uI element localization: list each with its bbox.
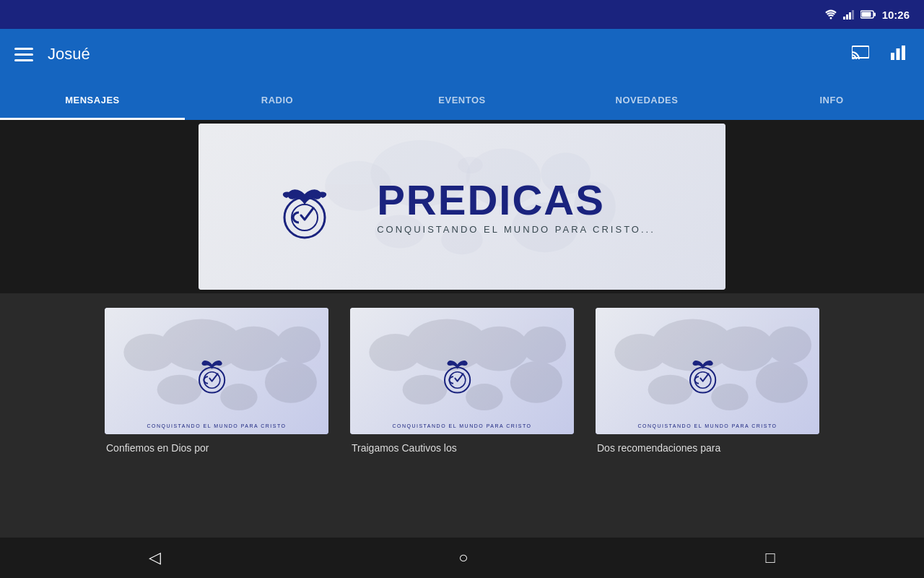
top-bar-right <box>849 41 910 67</box>
app-title: Josué <box>48 45 90 64</box>
svg-point-30 <box>265 361 317 403</box>
svg-point-48 <box>756 361 808 403</box>
banner-container: PREDICAS CONQUISTANDO EL MUNDO PARA CRIS… <box>0 120 924 293</box>
card-1-logo <box>188 342 245 400</box>
tab-eventos[interactable]: EVENTOS <box>370 79 554 120</box>
recents-button[interactable]: □ <box>737 543 804 573</box>
cast-button[interactable] <box>849 42 872 66</box>
status-icons: 10:26 <box>824 9 910 21</box>
card-2-thumbnail: CONQUISTANDO EL MUNDO PARA CRISTO <box>350 308 574 434</box>
menu-button[interactable] <box>14 48 33 61</box>
battery-icon <box>860 10 876 19</box>
banner: PREDICAS CONQUISTANDO EL MUNDO PARA CRIS… <box>199 124 725 290</box>
back-button[interactable]: ◁ <box>120 543 190 573</box>
card-2-label: Traigamos Cautivos los <box>350 441 574 456</box>
card-1[interactable]: CONQUISTANDO EL MUNDO PARA CRISTO Confie… <box>105 308 328 456</box>
svg-point-0 <box>829 17 832 20</box>
wifi-icon <box>824 9 837 20</box>
banner-title: PREDICAS <box>377 179 655 221</box>
bottom-nav: ◁ ○ □ <box>0 538 924 578</box>
card-3[interactable]: CONQUISTANDO EL MUNDO PARA CRISTO Dos re… <box>596 308 819 456</box>
top-bar: Josué <box>0 29 924 79</box>
tab-radio[interactable]: RADIO <box>185 79 370 120</box>
card-1-label: Confiemos en Dios por <box>105 441 328 456</box>
card-2-logo <box>433 342 491 400</box>
card-1-thumbnail-text: CONQUISTANDO EL MUNDO PARA CRISTO <box>105 423 328 428</box>
banner-content: PREDICAS CONQUISTANDO EL MUNDO PARA CRIS… <box>269 163 655 250</box>
tab-novedades[interactable]: NOVEDADES <box>554 79 739 120</box>
svg-rect-6 <box>861 12 871 17</box>
card-2-thumbnail-text: CONQUISTANDO EL MUNDO PARA CRISTO <box>350 423 574 428</box>
svg-rect-12 <box>902 46 905 60</box>
svg-rect-2 <box>846 14 848 20</box>
card-1-thumbnail: CONQUISTANDO EL MUNDO PARA CRISTO <box>105 308 328 434</box>
tab-mensajes[interactable]: MENSAJES <box>0 79 185 120</box>
analytics-icon <box>889 44 907 60</box>
card-3-thumbnail: CONQUISTANDO EL MUNDO PARA CRISTO <box>596 308 819 434</box>
predicas-logo-banner <box>269 163 355 250</box>
status-bar: 10:26 <box>0 0 924 29</box>
svg-rect-1 <box>843 17 845 20</box>
analytics-button[interactable] <box>886 41 910 67</box>
card-2[interactable]: CONQUISTANDO EL MUNDO PARA CRISTO Traiga… <box>350 308 574 456</box>
tab-info[interactable]: INFO <box>739 79 924 120</box>
banner-text-area: PREDICAS CONQUISTANDO EL MUNDO PARA CRIS… <box>377 179 655 235</box>
cards-section: CONQUISTANDO EL MUNDO PARA CRISTO Confie… <box>0 293 924 470</box>
home-button[interactable]: ○ <box>430 543 497 573</box>
card-3-logo <box>679 342 736 400</box>
svg-rect-7 <box>873 13 876 17</box>
main-content: PREDICAS CONQUISTANDO EL MUNDO PARA CRIS… <box>0 120 924 538</box>
cast-icon <box>852 45 869 59</box>
signal-icon <box>843 9 855 20</box>
svg-point-45 <box>767 327 811 363</box>
banner-subtitle: CONQUISTANDO EL MUNDO PARA CRISTO... <box>377 224 655 235</box>
svg-rect-4 <box>852 10 854 20</box>
svg-point-39 <box>510 361 562 403</box>
status-time: 10:26 <box>882 9 910 21</box>
tab-bar: MENSAJES RADIO EVENTOS NOVEDADES INFO <box>0 79 924 120</box>
svg-point-27 <box>276 327 321 363</box>
top-bar-left: Josué <box>14 45 90 64</box>
card-3-label: Dos recomendaciones para <box>596 441 819 456</box>
card-3-thumbnail-text: CONQUISTANDO EL MUNDO PARA CRISTO <box>596 423 819 428</box>
svg-rect-11 <box>897 48 900 60</box>
svg-point-36 <box>521 327 566 363</box>
svg-rect-10 <box>891 53 894 60</box>
svg-rect-3 <box>849 12 851 20</box>
